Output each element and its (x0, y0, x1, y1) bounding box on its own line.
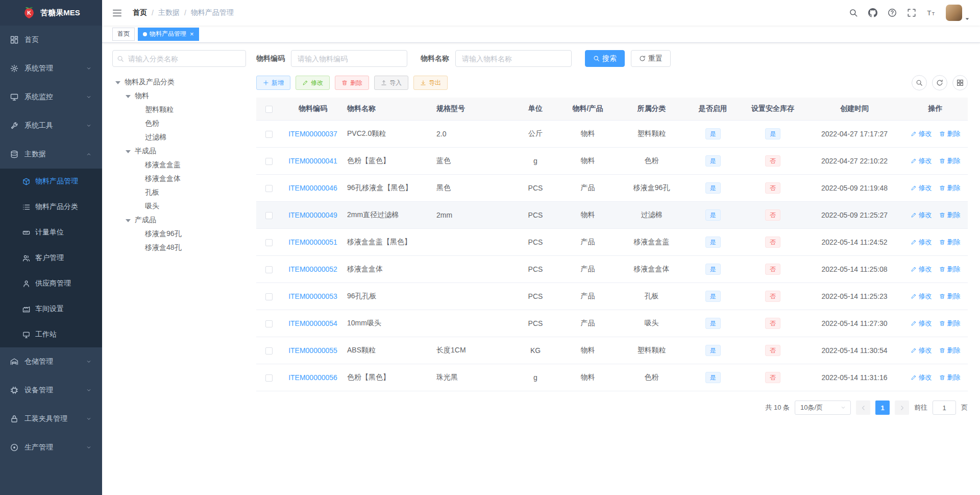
material-code-link[interactable]: ITEM00000051 (288, 238, 337, 246)
tree-node[interactable]: 物料 (112, 89, 246, 103)
row-delete-link[interactable]: 删除 (939, 238, 961, 247)
material-code-link[interactable]: ITEM00000049 (288, 211, 337, 219)
table-row[interactable]: ITEM00000037PVC2.0颗粒2.0公斤物料塑料颗粒是是2022-04… (256, 121, 968, 148)
row-checkbox[interactable] (265, 374, 273, 382)
column-settings-button[interactable] (952, 75, 968, 90)
table-row[interactable]: ITEM0000005410mm吸头PCS产品吸头是否2022-05-14 11… (256, 310, 968, 337)
select-all-checkbox[interactable] (265, 106, 273, 113)
edit-button[interactable]: 修改 (296, 76, 330, 90)
material-code-link[interactable]: ITEM00000055 (288, 346, 337, 355)
view-tab[interactable]: 物料产品管理× (138, 28, 199, 41)
tree-node[interactable]: 孔板 (112, 185, 246, 199)
row-edit-link[interactable]: 修改 (911, 210, 932, 220)
row-edit-link[interactable]: 修改 (911, 265, 932, 274)
sidebar-subitem[interactable]: 物料产品管理 (0, 169, 102, 194)
sidebar-item[interactable]: 仓储管理 (0, 347, 102, 376)
tab-close-icon[interactable]: × (190, 31, 194, 37)
tree-expand-icon[interactable] (126, 218, 133, 222)
row-checkbox[interactable] (265, 266, 273, 273)
tree-node[interactable]: 物料及产品分类 (112, 75, 246, 89)
row-checkbox[interactable] (265, 131, 273, 138)
next-page-button[interactable] (895, 400, 909, 415)
tree-expand-icon[interactable] (126, 149, 133, 153)
row-delete-link[interactable]: 删除 (939, 183, 961, 193)
sidebar-item[interactable]: 主数据 (0, 140, 102, 169)
material-code-link[interactable]: ITEM00000046 (288, 184, 337, 192)
prev-page-button[interactable] (856, 400, 870, 415)
toggle-search-button[interactable] (912, 75, 927, 90)
sidebar-subitem[interactable]: 物料产品分类 (0, 194, 102, 220)
row-edit-link[interactable]: 修改 (911, 319, 932, 328)
row-edit-link[interactable]: 修改 (911, 292, 932, 301)
material-code-link[interactable]: ITEM00000054 (288, 319, 337, 327)
sidebar-item[interactable]: 系统工具 (0, 111, 102, 140)
help-icon[interactable] (883, 8, 902, 17)
tree-node[interactable]: 移液盒盒盖 (112, 158, 246, 172)
hamburger-icon[interactable] (110, 8, 125, 18)
table-row[interactable]: ITEM00000052移液盒盒体PCS产品移液盒盒体是否2022-05-14 … (256, 256, 968, 283)
material-code-link[interactable]: ITEM00000056 (288, 373, 337, 382)
table-row[interactable]: ITEM0000005396孔孔板PCS产品孔板是否2022-05-14 11:… (256, 283, 968, 310)
tree-node[interactable]: 移液盒96孔 (112, 227, 246, 241)
tree-node[interactable]: 塑料颗粒 (112, 103, 246, 116)
search-button[interactable]: 搜索 (585, 50, 625, 67)
row-delete-link[interactable]: 删除 (939, 156, 961, 166)
row-delete-link[interactable]: 删除 (939, 292, 961, 301)
reset-button[interactable]: 重置 (631, 50, 671, 67)
material-code-link[interactable]: ITEM00000053 (288, 292, 337, 300)
font-size-icon[interactable]: TT (921, 8, 941, 17)
row-delete-link[interactable]: 删除 (939, 265, 961, 274)
row-edit-link[interactable]: 修改 (911, 156, 932, 166)
row-edit-link[interactable]: 修改 (911, 373, 932, 382)
tree-node[interactable]: 半成品 (112, 144, 246, 158)
page-size-select[interactable]: 10条/页 (795, 400, 851, 415)
breadcrumb-item[interactable]: 首页 (133, 8, 147, 17)
tree-node[interactable]: 过滤棉 (112, 130, 246, 144)
row-delete-link[interactable]: 删除 (939, 210, 961, 220)
refresh-table-button[interactable] (932, 75, 947, 90)
category-search-input[interactable] (112, 50, 246, 67)
import-button[interactable]: 导入 (374, 76, 408, 90)
sidebar-item[interactable]: 工装夹具管理 (0, 405, 102, 433)
sidebar-subitem[interactable]: 车间设置 (0, 296, 102, 322)
row-checkbox[interactable] (265, 347, 273, 355)
material-code-link[interactable]: ITEM00000041 (288, 157, 337, 165)
row-edit-link[interactable]: 修改 (911, 238, 932, 247)
app-logo[interactable]: K 苦糖果MES (0, 0, 102, 26)
row-delete-link[interactable]: 删除 (939, 129, 961, 138)
sidebar-item[interactable]: 首页 (0, 26, 102, 54)
row-checkbox[interactable] (265, 320, 273, 327)
row-checkbox[interactable] (265, 239, 273, 246)
delete-button[interactable]: 删除 (335, 76, 369, 90)
row-edit-link[interactable]: 修改 (911, 346, 932, 355)
tree-node[interactable]: 吸头 (112, 199, 246, 213)
table-row[interactable]: ITEM0000004696孔移液盒【黑色】黑色PCS产品移液盒96孔是否202… (256, 175, 968, 202)
row-checkbox[interactable] (265, 212, 273, 219)
row-delete-link[interactable]: 删除 (939, 373, 961, 382)
sidebar-item[interactable]: 生产管理 (0, 433, 102, 462)
tree-node[interactable]: 色粉 (112, 116, 246, 130)
tree-expand-icon[interactable] (126, 94, 133, 98)
row-edit-link[interactable]: 修改 (911, 183, 932, 193)
add-button[interactable]: 新增 (256, 76, 290, 90)
fullscreen-icon[interactable] (902, 8, 921, 17)
table-row[interactable]: ITEM00000041色粉【蓝色】蓝色g物料色粉是否2022-04-27 22… (256, 148, 968, 175)
row-delete-link[interactable]: 删除 (939, 319, 961, 328)
name-filter-input[interactable] (455, 50, 572, 67)
table-row[interactable]: ITEM000000492mm直径过滤棉2mmPCS物料过滤棉是否2022-05… (256, 202, 968, 229)
material-code-link[interactable]: ITEM00000052 (288, 265, 337, 273)
breadcrumb-item[interactable]: 主数据 (158, 8, 180, 17)
row-edit-link[interactable]: 修改 (911, 129, 932, 138)
code-filter-input[interactable] (291, 50, 407, 67)
tree-node[interactable]: 产成品 (112, 213, 246, 227)
sidebar-subitem[interactable]: 供应商管理 (0, 271, 102, 296)
row-checkbox[interactable] (265, 185, 273, 192)
header-search-icon[interactable] (844, 8, 863, 17)
page-1-button[interactable]: 1 (875, 400, 890, 415)
tree-node[interactable]: 移液盒盒体 (112, 172, 246, 185)
sidebar-item[interactable]: 系统监控 (0, 83, 102, 111)
goto-page-input[interactable] (933, 400, 956, 415)
sidebar-item[interactable]: 设备管理 (0, 376, 102, 405)
user-menu[interactable] (946, 5, 972, 21)
table-row[interactable]: ITEM00000055ABS颗粒长度1CMKG物料塑料颗粒是否2022-05-… (256, 337, 968, 364)
